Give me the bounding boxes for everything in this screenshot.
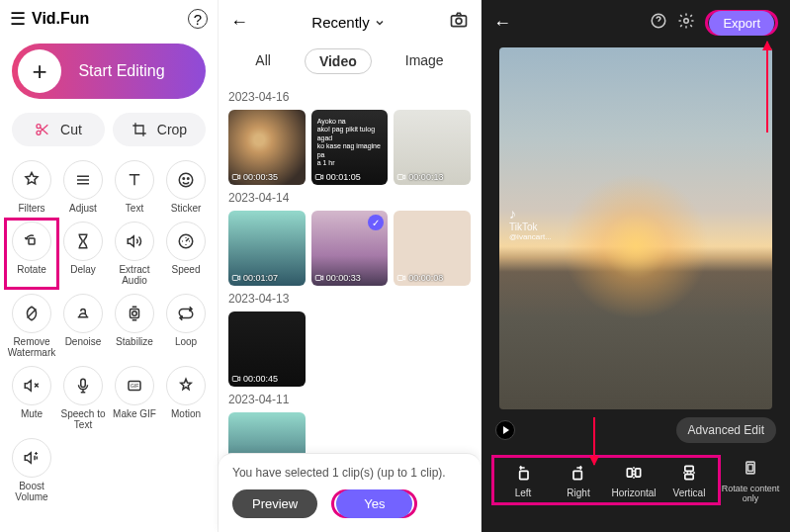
svg-rect-8 bbox=[131, 310, 139, 318]
tool-label: Boost Volume bbox=[6, 481, 57, 502]
tool-denoise[interactable]: Denoise bbox=[57, 292, 109, 360]
album-dropdown[interactable]: Recently bbox=[256, 14, 441, 31]
menu-icon[interactable]: ☰ bbox=[10, 8, 26, 30]
start-editing-button[interactable]: + Start Editing bbox=[12, 44, 206, 99]
tool-gif[interactable]: GIF Make GIF bbox=[109, 364, 160, 432]
help-icon[interactable]: ? bbox=[188, 9, 208, 29]
duration-label: 00:01:07 bbox=[231, 273, 278, 283]
album-title: Recently bbox=[311, 14, 369, 31]
video-thumbnail[interactable]: 00:01:07 bbox=[228, 211, 306, 286]
video-thumbnail[interactable]: 00:00:35 bbox=[228, 110, 306, 185]
svg-rect-27 bbox=[627, 469, 632, 477]
help-icon[interactable] bbox=[650, 12, 667, 34]
svg-rect-17 bbox=[398, 175, 403, 180]
rotate-right-button[interactable]: Right bbox=[558, 462, 599, 498]
svg-rect-25 bbox=[520, 471, 528, 479]
stabilize-icon bbox=[115, 294, 154, 333]
rotate-vert-button[interactable]: Vertical bbox=[668, 462, 710, 498]
tool-label: Denoise bbox=[65, 336, 102, 347]
svg-rect-18 bbox=[232, 276, 237, 281]
svg-rect-13 bbox=[452, 16, 467, 27]
sticker-icon bbox=[166, 160, 206, 200]
tool-text[interactable]: Text bbox=[109, 158, 160, 216]
svg-point-4 bbox=[188, 178, 190, 180]
svg-point-1 bbox=[37, 131, 41, 134]
tool-label: Adjust bbox=[69, 203, 97, 214]
svg-rect-29 bbox=[685, 466, 693, 471]
video-thumbnail[interactable]: 00:00:08 bbox=[394, 211, 471, 286]
svg-rect-15 bbox=[232, 175, 237, 180]
export-button[interactable]: Export bbox=[709, 11, 774, 36]
annotation-arrow bbox=[766, 42, 768, 133]
back-icon[interactable]: ← bbox=[230, 12, 248, 33]
tool-speed[interactable]: Speed bbox=[160, 220, 212, 288]
tab-all[interactable]: All bbox=[241, 48, 285, 74]
svg-point-3 bbox=[183, 178, 185, 180]
tool-motion[interactable]: Motion bbox=[160, 364, 212, 432]
svg-rect-5 bbox=[29, 238, 35, 244]
tool-label: Stabilize bbox=[116, 336, 153, 347]
tool-rotate[interactable]: Rotate bbox=[6, 220, 57, 288]
start-editing-label: Start Editing bbox=[67, 62, 206, 80]
svg-rect-28 bbox=[636, 469, 641, 477]
tool-filters[interactable]: Filters bbox=[6, 158, 57, 216]
selected-check-icon bbox=[368, 215, 384, 230]
video-thumbnail[interactable]: 00:00:13 bbox=[394, 110, 471, 185]
left-icon bbox=[512, 462, 534, 484]
video-thumbnail[interactable]: 00:00:45 bbox=[228, 311, 306, 387]
selection-sheet: You have selected 1 clip(s) (up to 1 cli… bbox=[219, 453, 481, 532]
rotate-horiz-button[interactable]: Horizontal bbox=[613, 462, 655, 498]
tool-boost[interactable]: Boost Volume bbox=[6, 436, 57, 504]
preview-button[interactable]: Preview bbox=[232, 489, 317, 518]
motion-icon bbox=[166, 366, 206, 405]
crop-icon bbox=[132, 122, 147, 137]
tool-label: Sticker bbox=[171, 203, 202, 214]
crop-button[interactable]: Crop bbox=[113, 113, 206, 146]
vert-icon bbox=[678, 462, 700, 484]
duration-label: 00:01:05 bbox=[314, 172, 361, 182]
tool-watermark[interactable]: Remove Watermark bbox=[6, 292, 57, 360]
tool-sticker[interactable]: Sticker bbox=[160, 158, 212, 216]
rotate-content-only-label: Rotate content only bbox=[721, 484, 780, 503]
tool-loop[interactable]: Loop bbox=[160, 292, 212, 360]
video-thumbnail[interactable]: 00:00:33 bbox=[311, 211, 389, 286]
tool-stt[interactable]: Speech to Text bbox=[57, 364, 109, 432]
tool-stabilize[interactable]: Stabilize bbox=[109, 292, 160, 360]
camera-icon[interactable] bbox=[449, 10, 469, 35]
rotate-label: Right bbox=[567, 488, 589, 498]
advanced-edit-button[interactable]: Advanced Edit bbox=[676, 417, 776, 443]
duration-label: 00:00:35 bbox=[231, 172, 278, 182]
tiktok-watermark: ♪ TikTok @ivancart... bbox=[509, 206, 552, 241]
tab-video[interactable]: Video bbox=[305, 48, 372, 74]
filters-icon bbox=[12, 160, 51, 200]
back-icon[interactable]: ← bbox=[493, 13, 511, 34]
tool-label: Speed bbox=[172, 264, 201, 275]
rotate-content-only-button[interactable]: Rotate content only bbox=[721, 458, 780, 503]
duration-label: 00:00:08 bbox=[396, 273, 443, 283]
tool-adjust[interactable]: Adjust bbox=[57, 158, 109, 216]
tool-mute[interactable]: Mute bbox=[6, 364, 57, 432]
cut-button[interactable]: Cut bbox=[12, 113, 105, 146]
date-header: 2023-04-14 bbox=[228, 191, 471, 205]
duration-label: 00:00:13 bbox=[396, 172, 443, 182]
rotate-left-button[interactable]: Left bbox=[502, 462, 544, 498]
text-icon bbox=[115, 160, 154, 200]
tool-label: Delay bbox=[70, 264, 96, 275]
tool-label: Speech to Text bbox=[57, 408, 109, 430]
tool-delay[interactable]: Delay bbox=[57, 220, 109, 288]
watermark-icon bbox=[12, 294, 51, 333]
svg-rect-10 bbox=[81, 379, 86, 387]
tool-label: Remove Watermark bbox=[6, 336, 57, 358]
delay-icon bbox=[63, 222, 103, 261]
tool-extract[interactable]: Extract Audio bbox=[109, 220, 160, 288]
tab-image[interactable]: Image bbox=[392, 48, 458, 74]
settings-icon[interactable] bbox=[677, 12, 695, 34]
play-button[interactable] bbox=[495, 420, 515, 440]
video-thumbnail[interactable]: Ayoko na ako! pag pikit tulog agad ko ka… bbox=[311, 110, 389, 185]
yes-button[interactable]: Yes bbox=[336, 489, 412, 518]
svg-rect-26 bbox=[573, 471, 581, 479]
horiz-icon bbox=[623, 462, 645, 484]
loop-icon bbox=[166, 294, 206, 333]
tool-label: Loop bbox=[175, 336, 197, 347]
video-preview[interactable]: ♪ TikTok @ivancart... bbox=[499, 47, 772, 409]
